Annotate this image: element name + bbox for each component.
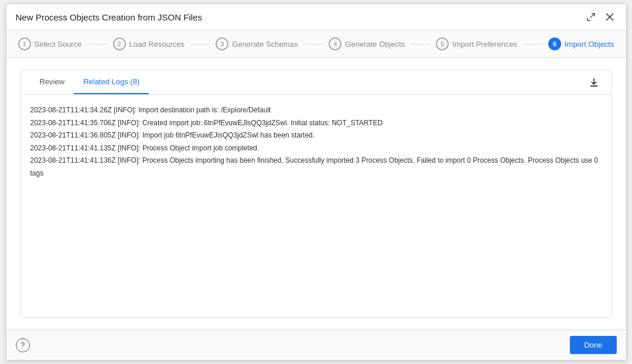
log-content: 2023-08-21T11:41:34.26Z [INFO]: Import d… (21, 95, 611, 317)
done-button[interactable]: Done (570, 336, 616, 354)
log-entry-0: 2023-08-21T11:41:34.26Z [INFO]: Import d… (30, 104, 602, 117)
step-circle-1: 1 (18, 37, 31, 50)
tabs: Review Related Logs (8) (30, 70, 149, 94)
dialog-header: New Process Objects Creation from JSON F… (6, 4, 626, 30)
step-label-2: Load Resources (129, 40, 185, 49)
step-circle-2: 2 (113, 37, 126, 50)
step-2: 2 Load Resources (113, 37, 185, 50)
step-circle-6: 6 (548, 37, 561, 50)
step-divider-3 (303, 44, 323, 44)
log-entry-4: 2023-08-21T11:41:41.136Z [INFO]: Process… (30, 154, 602, 180)
log-entry-1: 2023-08-21T11:41:35.706Z [INFO]: Created… (30, 117, 602, 130)
dialog-footer: ? Done (6, 329, 626, 360)
step-divider-4 (411, 44, 430, 44)
log-entry-2: 2023-08-21T11:41:36.805Z [INFO]: Import … (30, 129, 602, 142)
step-label-1: Select Source (35, 40, 82, 49)
download-button[interactable] (586, 74, 602, 91)
step-label-3: Generate Schemas (232, 40, 298, 49)
dialog-title: New Process Objects Creation from JSON F… (16, 12, 202, 22)
step-4: 4 Generate Objects (329, 37, 405, 50)
close-button[interactable] (603, 10, 617, 24)
dialog-header-actions (584, 10, 617, 24)
step-1: 1 Select Source (18, 37, 82, 50)
expand-button[interactable] (584, 10, 598, 24)
help-button[interactable]: ? (16, 338, 30, 352)
step-label-5: Import Preferences (452, 40, 517, 49)
step-5: 5 Import Preferences (436, 37, 517, 50)
log-entry-3: 2023-08-21T11:41:41.135Z [INFO]: Process… (30, 142, 602, 155)
step-divider-2 (190, 44, 210, 44)
step-circle-3: 3 (216, 37, 228, 50)
tabs-row: Review Related Logs (8) (21, 70, 611, 95)
main-panel: Review Related Logs (8) 2023-08-21T11:41… (21, 70, 612, 318)
stepper-bar: 1 Select Source 2 Load Resources 3 Gener… (6, 30, 626, 58)
step-circle-4: 4 (329, 37, 341, 50)
dialog: New Process Objects Creation from JSON F… (6, 4, 627, 360)
tab-related-logs[interactable]: Related Logs (8) (74, 70, 149, 94)
step-divider-1 (87, 44, 107, 44)
step-circle-5: 5 (436, 37, 449, 50)
dialog-content: Review Related Logs (8) 2023-08-21T11:41… (6, 58, 626, 329)
step-divider-5 (523, 44, 542, 44)
step-label-6: Import Objects (565, 40, 614, 49)
step-6[interactable]: 6 Import Objects (548, 37, 614, 50)
step-label-4: Generate Objects (345, 40, 405, 49)
tab-review[interactable]: Review (30, 70, 74, 94)
step-3: 3 Generate Schemas (216, 37, 298, 50)
